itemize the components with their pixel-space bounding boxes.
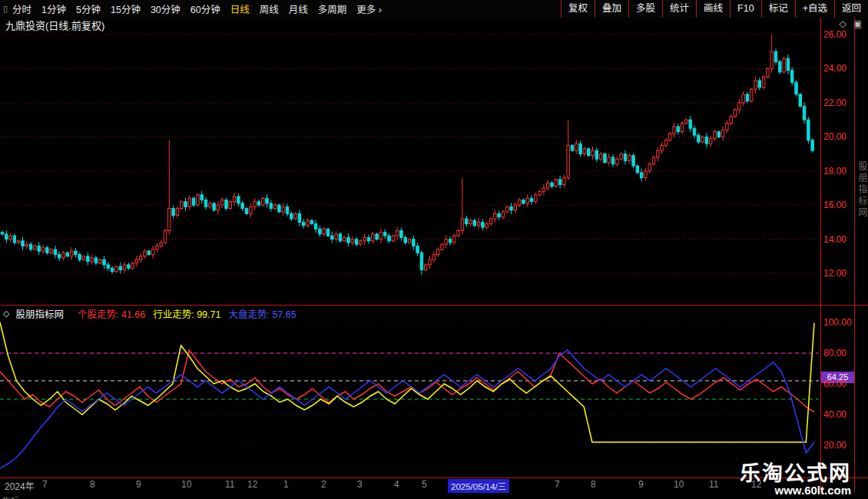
- action-buttons: 复权叠加多股统计画线F10标记+自选返回: [561, 0, 868, 18]
- period-tabs: 分时1分钟5分钟15分钟30分钟60分钟日线周线月线多周期更多 ›: [12, 2, 382, 16]
- date-label-5: 11: [225, 479, 234, 490]
- date-label-2: 8: [90, 479, 95, 490]
- indicator-tick: 100.00: [823, 317, 853, 328]
- price-tick: 26.00: [823, 29, 853, 40]
- price-tick: 18.00: [823, 166, 853, 177]
- date-label-7: 1: [283, 479, 289, 490]
- indicator-tick: 80.00: [823, 348, 853, 359]
- indicator-series-label-1: 行业走势: 99.71: [153, 309, 220, 320]
- indicator-tick: 40.00: [823, 409, 853, 420]
- indicator-tick: 60.00: [823, 378, 853, 389]
- date-label-10: 4: [394, 479, 399, 490]
- date-label-1: 7: [42, 479, 48, 490]
- watermark-url: www.60lt.com: [740, 484, 851, 497]
- date-highlight: 2025/05/14/三: [448, 479, 509, 493]
- period-tab-8[interactable]: 月线: [289, 2, 308, 16]
- action-button-3[interactable]: 统计: [662, 0, 696, 18]
- chart-title: 九鼎投资(日线.前复权): [5, 18, 104, 32]
- period-tab-4[interactable]: 30分钟: [151, 2, 181, 16]
- period-tab-6[interactable]: 日线: [230, 2, 250, 16]
- date-label-14: 9: [638, 479, 644, 490]
- price-tick: 22.00: [823, 97, 853, 108]
- indicator-values: 个股走势: 41.66行业走势: 99.71大盘走势: 57.65: [70, 306, 297, 321]
- price-tick: 14.00: [823, 234, 853, 245]
- axis-divider-left: [820, 18, 821, 492]
- date-label-4: 10: [181, 479, 191, 490]
- indicator-series-label-0: 个股走势: 41.66: [78, 309, 145, 320]
- period-tab-7[interactable]: 周线: [260, 2, 279, 16]
- date-axis: 2024年789101112123457891011122025/05/14/三: [0, 478, 868, 492]
- indicator-tick: 20.00: [823, 440, 853, 451]
- chart-titlebar: 九鼎投资(日线.前复权): [0, 18, 820, 31]
- app-window: ▯ 分时1分钟5分钟15分钟30分钟60分钟日线周线月线多周期更多 › 复权叠加…: [0, 0, 868, 499]
- watermark-title: 乐淘公式网: [740, 463, 851, 484]
- period-tab-3[interactable]: 15分钟: [111, 2, 141, 16]
- axis-divider-right: [854, 18, 855, 492]
- window-icon[interactable]: ▯: [3, 4, 8, 14]
- date-label-3: 9: [136, 479, 141, 490]
- diamond-icon: ◇: [3, 309, 9, 319]
- action-button-2[interactable]: 多股: [628, 0, 662, 18]
- indicator-chart[interactable]: [0, 306, 820, 478]
- action-button-5[interactable]: F10: [730, 0, 761, 18]
- action-button-8[interactable]: 返回: [834, 0, 868, 18]
- main-candlestick-chart[interactable]: [0, 31, 820, 305]
- period-tab-10[interactable]: 更多 ›: [356, 2, 382, 16]
- date-label-0: 2024年: [5, 479, 35, 492]
- date-label-9: 3: [357, 479, 363, 490]
- date-label-8: 2: [321, 479, 326, 490]
- date-label-13: 8: [591, 479, 596, 490]
- period-tab-1[interactable]: 1分钟: [41, 2, 66, 16]
- date-label-6: 12: [247, 479, 257, 490]
- side-watermark: 股朋指标网: [856, 161, 868, 219]
- price-tick: 12.00: [823, 268, 853, 279]
- price-tick: 16.00: [823, 200, 853, 210]
- indicator-series-label-2: 大盘走势: 57.65: [228, 309, 296, 320]
- date-label-12: 7: [555, 479, 560, 490]
- action-button-6[interactable]: 标记: [761, 0, 795, 18]
- action-button-7[interactable]: +自选: [795, 0, 834, 18]
- date-label-16: 11: [709, 479, 718, 490]
- clipped-corner-text: 指标: [2, 494, 19, 499]
- indicator-name[interactable]: 股朋指标网: [15, 306, 64, 321]
- period-tab-2[interactable]: 5分钟: [76, 2, 101, 16]
- period-tab-0[interactable]: 分时: [12, 2, 31, 16]
- date-label-11: 5: [422, 479, 427, 490]
- top-toolbar: ▯ 分时1分钟5分钟15分钟30分钟60分钟日线周线月线多周期更多 › 复权叠加…: [0, 0, 868, 18]
- action-button-0[interactable]: 复权: [561, 0, 595, 18]
- period-tab-9[interactable]: 多周期: [318, 2, 347, 16]
- date-label-15: 10: [674, 479, 684, 490]
- watermark: 乐淘公式网 www.60lt.com: [740, 463, 851, 497]
- price-tick: 20.00: [823, 131, 853, 142]
- indicator-header: ◇ 股朋指标网 个股走势: 41.66行业走势: 99.71大盘走势: 57.6…: [3, 306, 297, 321]
- price-tick: 24.00: [823, 63, 853, 74]
- period-tab-5[interactable]: 60分钟: [190, 2, 220, 16]
- action-button-1[interactable]: 叠加: [595, 0, 628, 18]
- action-button-4[interactable]: 画线: [696, 0, 730, 18]
- diamond-icon[interactable]: ◇: [839, 18, 846, 29]
